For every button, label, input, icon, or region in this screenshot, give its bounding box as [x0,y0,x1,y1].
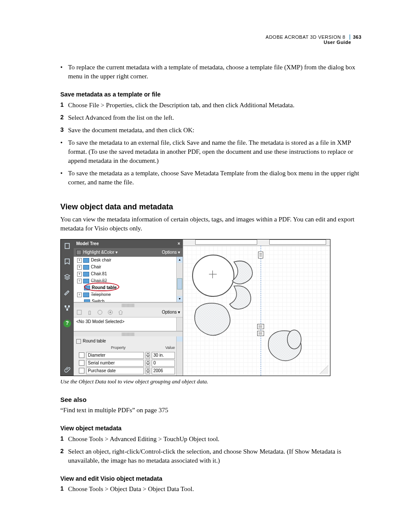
spinner[interactable]: ▴▾ [146,360,150,367]
drawing-shapes [183,246,330,375]
section-title-visio-metadata: View and edit Visio object metadata [60,475,361,483]
property-row: Diameter ▴▾ 30 in. [75,352,181,359]
close-icon[interactable]: × [177,241,180,247]
svg-rect-1 [65,305,66,307]
tool-icon[interactable] [87,309,93,315]
page-number: 363 [349,34,361,40]
svg-point-7 [109,311,111,313]
scrollbar-vertical[interactable] [176,336,183,376]
home-icon[interactable] [118,309,124,315]
intro-bullet: To replace the current metadata with a t… [68,63,361,81]
see-also-link[interactable]: “Find text in multiple PDFs” on page 375 [60,406,361,415]
tree-item[interactable]: Telephone [91,292,111,297]
step-number: 1 [60,101,68,110]
svg-rect-0 [65,243,69,249]
tree-item-selected[interactable]: Round table [92,285,117,290]
property-name[interactable]: Diameter [86,352,144,359]
figure-caption: Use the Object Data tool to view object … [60,378,361,386]
step-text: Choose File > Properties, click the Desc… [68,101,361,110]
crosshair-icon [209,271,217,278]
svg-rect-3 [66,309,68,311]
svg-rect-4 [77,310,81,314]
property-row: Purchase date ▴▾ 2006 [75,367,181,375]
step-text: Select an object, right-click/Control-cl… [68,447,361,465]
screenshot-object-data-tool: ? Model Tree × Highlight &Color Options [60,239,330,376]
model-tree-icon[interactable] [63,304,71,312]
step-text: Save the document metadata, and then cli… [68,126,361,135]
section-title-view-object-data: View object data and metadata [60,202,361,212]
help-icon[interactable]: ? [63,320,71,327]
model-tree-panel: Model Tree × Highlight &Color Options +D… [74,240,183,376]
spinner[interactable]: ▴▾ [146,367,150,374]
checkbox[interactable] [79,368,84,373]
spinner[interactable]: ▴▾ [146,352,150,359]
property-name[interactable]: Purchase date [86,367,144,374]
section-title-save-metadata: Save metadata as a template or file [60,90,361,99]
guide-name: User Guide [60,40,351,45]
section-title-view-object-metadata: View object metadata [60,424,361,433]
tree-item[interactable]: Chair.81 [91,271,107,276]
page-header: ADOBE ACROBAT 3D VERSION 8 363 User Guid… [60,34,361,45]
section-intro: You can view the metadata information of… [60,215,361,233]
scrollbar-horizontal[interactable] [74,331,183,336]
property-pane: Round table Property Value Diameter ▴▾ 3… [74,336,183,376]
step-number: 1 [60,485,68,494]
column-header-property: Property [87,345,149,351]
property-value[interactable]: 0 [152,360,175,367]
page-corner-icon [320,365,328,374]
step-text: Choose Tools > Object Data > Object Data… [68,485,361,494]
step-text: Select Advanced from the list on the lef… [68,113,361,122]
scrollbar-vertical[interactable]: ▴▾ [176,257,183,302]
checkbox[interactable] [79,352,84,358]
highlight-swatch[interactable] [76,250,81,255]
property-object-name: Round table [83,338,106,344]
property-name[interactable]: Serial number [86,360,144,367]
step-text: Choose Tools > Advanced Editing > TouchU… [68,435,361,444]
nav-toolstrip: ? [61,240,74,376]
ruler-horizontal [183,240,330,246]
tree-item[interactable]: Desk chair [91,258,111,262]
column-header-value: Value [149,345,175,351]
no-selection-label: <No 3D Model Selected> [76,319,125,324]
options-dropdown[interactable]: Options [162,249,180,255]
tool-icon[interactable] [76,309,82,315]
bullet-icon: • [60,63,68,81]
attachments-icon[interactable] [63,365,71,373]
bullet-icon: • [60,138,68,165]
section-title-see-also: See also [60,395,361,404]
step-number: 3 [60,126,68,135]
bullet-text: To save the metadata to an external file… [68,138,361,165]
tool-icon[interactable] [107,309,113,315]
checkbox[interactable] [79,360,84,366]
drawing-canvas[interactable] [183,240,330,376]
layers-icon[interactable] [63,273,71,281]
property-row: Serial number ▴▾ 0 [75,359,181,367]
panel-title: Model Tree [76,241,99,247]
property-value[interactable]: 2006 [152,367,175,374]
step-number: 2 [60,113,68,122]
pages-icon[interactable] [63,242,71,250]
product-name: ADOBE ACROBAT 3D VERSION 8 [266,34,346,40]
highlight-color-dropdown[interactable]: Highlight &Color [83,249,118,255]
model-tree[interactable]: +Desk chair +Chair +Chair.81 +Chair.82 R… [74,257,183,302]
tree-item[interactable]: Chair [91,264,101,269]
property-value[interactable]: 30 in. [152,352,175,359]
scrollbar-horizontal[interactable] [74,302,183,308]
svg-point-12 [287,330,301,349]
tree-item[interactable]: Switch [92,299,104,302]
scrollbar-vertical[interactable] [176,317,183,331]
svg-rect-2 [68,305,70,307]
signatures-icon[interactable] [63,289,71,296]
step-number: 1 [60,435,68,444]
bullet-text: To save the metadata as a template, choo… [68,169,361,187]
tree-item[interactable]: Chair.82 [91,278,107,283]
bullet-icon: • [60,169,68,187]
bookmarks-icon[interactable] [63,258,71,265]
options-dropdown[interactable]: Options [162,309,180,315]
step-number: 2 [60,447,68,465]
svg-point-5 [98,310,102,314]
tool-icon[interactable] [97,309,103,315]
